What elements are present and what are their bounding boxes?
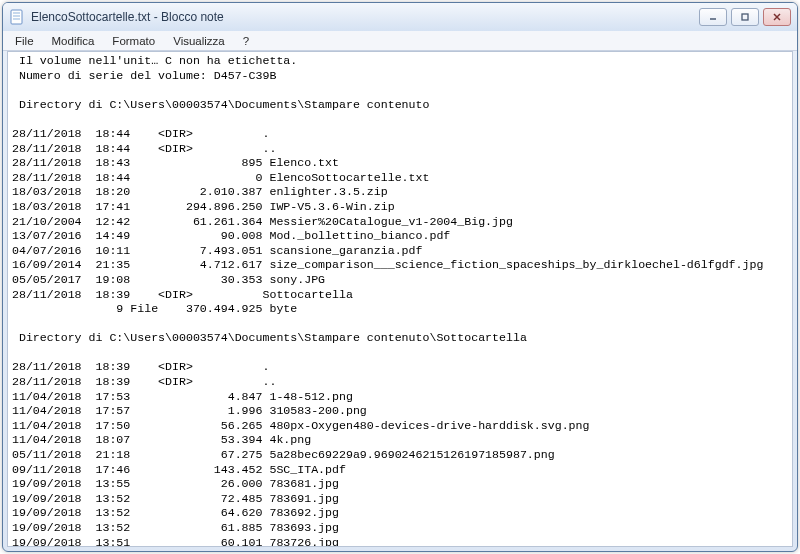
menu-view[interactable]: Visualizza bbox=[165, 34, 233, 48]
notepad-window: ElencoSottocartelle.txt - Blocco note Fi… bbox=[2, 2, 798, 552]
text-area[interactable]: Il volume nell'unit… C non ha etichetta.… bbox=[7, 51, 793, 547]
menu-file[interactable]: File bbox=[7, 34, 42, 48]
menubar: File Modifica Formato Visualizza ? bbox=[3, 31, 797, 51]
menu-help[interactable]: ? bbox=[235, 34, 257, 48]
notepad-icon bbox=[9, 9, 25, 25]
menu-edit[interactable]: Modifica bbox=[44, 34, 103, 48]
text-content[interactable]: Il volume nell'unit… C non ha etichetta.… bbox=[12, 54, 788, 547]
svg-rect-5 bbox=[742, 14, 748, 20]
window-controls bbox=[699, 8, 791, 26]
svg-rect-0 bbox=[11, 10, 22, 24]
titlebar[interactable]: ElencoSottocartelle.txt - Blocco note bbox=[3, 3, 797, 31]
menu-format[interactable]: Formato bbox=[104, 34, 163, 48]
window-title: ElencoSottocartelle.txt - Blocco note bbox=[31, 10, 699, 24]
minimize-button[interactable] bbox=[699, 8, 727, 26]
close-button[interactable] bbox=[763, 8, 791, 26]
maximize-button[interactable] bbox=[731, 8, 759, 26]
